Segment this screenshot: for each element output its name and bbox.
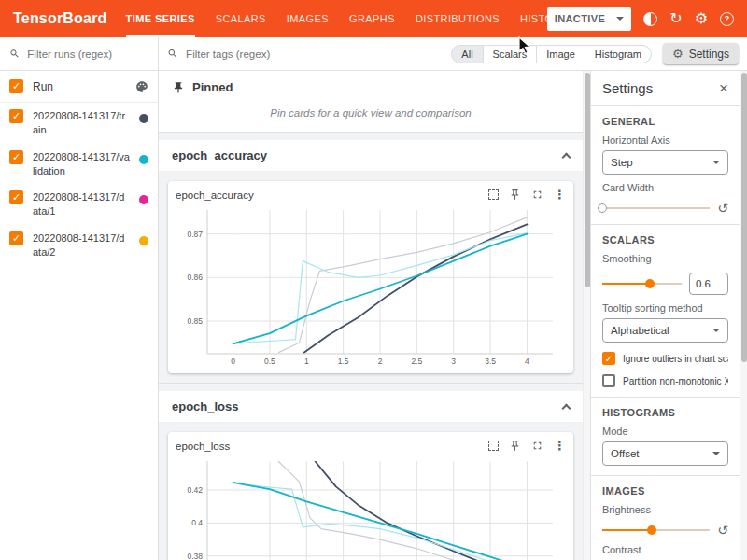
section-title: epoch_accuracy [172, 148, 267, 162]
slider-knob[interactable] [647, 525, 656, 535]
chip-histogram[interactable]: Histogram [585, 45, 652, 63]
run-checkbox[interactable]: ✓ [9, 231, 23, 245]
collapse-icon[interactable] [562, 404, 571, 413]
chip-all[interactable]: All [451, 45, 483, 63]
slider-knob[interactable] [598, 203, 607, 213]
runs-sidebar: ✓ Run ✓ 20220808-141317/train ✓ 20220808… [0, 37, 159, 560]
brightness-slider[interactable] [602, 525, 710, 536]
scrollbar-thumb[interactable] [741, 73, 747, 362]
partition-x-axis-checkbox[interactable] [602, 374, 615, 387]
svg-text:0.86: 0.86 [187, 273, 203, 282]
epoch-accuracy-line-chart[interactable]: 00.511.522.533.540.850.860.87 [176, 204, 564, 371]
run-column-label: Run [33, 80, 126, 93]
svg-text:0.38: 0.38 [187, 552, 203, 560]
tab-time-series[interactable]: TIME SERIES [126, 0, 195, 37]
scrollbar-thumb[interactable] [585, 73, 590, 287]
ignore-outliers-row[interactable]: ✓ Ignore outliers in chart scaling [602, 352, 728, 365]
tab-distributions[interactable]: DISTRIBUTIONS [416, 0, 500, 37]
tooltip-sorting-select[interactable]: Alphabetical [602, 318, 728, 343]
more-options-icon[interactable]: ⋮ [554, 439, 566, 453]
settings-scrollbar[interactable] [740, 71, 747, 560]
run-row[interactable]: ✓ 20220808-141317/data/2 [0, 225, 158, 266]
run-row[interactable]: ✓ 20220808-141317/train [0, 103, 158, 144]
svg-text:1.5: 1.5 [338, 357, 349, 366]
tensorboard-app: TensorBoard TIME SERIES SCALARS IMAGES G… [0, 0, 747, 560]
run-checkbox[interactable]: ✓ [9, 150, 23, 164]
card-title: epoch_accuracy [176, 189, 254, 201]
horizontal-axis-select[interactable]: Step [602, 150, 728, 175]
ignore-outliers-checkbox[interactable]: ✓ [602, 352, 615, 365]
reset-icon[interactable]: ↺ [717, 524, 728, 537]
main-nav: TIME SERIES SCALARS IMAGES GRAPHS DISTRI… [126, 0, 547, 37]
svg-text:0.4: 0.4 [191, 518, 203, 527]
runs-filter-input[interactable] [27, 49, 148, 60]
chevron-down-icon [616, 17, 624, 21]
fit-to-data-icon[interactable] [488, 189, 499, 200]
card-title: epoch_loss [176, 441, 230, 452]
select-all-runs-checkbox[interactable]: ✓ [9, 79, 23, 93]
main-scrollbar[interactable] [583, 71, 590, 560]
section-header[interactable]: epoch_loss [159, 391, 583, 423]
tooltip-sorting-label: Tooltip sorting method [602, 302, 728, 314]
pin-icon [172, 81, 185, 94]
run-row[interactable]: ✓ 20220808-141317/data/1 [0, 184, 158, 225]
epoch-loss-line-chart[interactable]: 00.511.522.533.540.360.380.40.42 [176, 455, 564, 560]
tab-graphs[interactable]: GRAPHS [349, 0, 395, 37]
section-body: epoch_accuracy ⋮ 00.511.522.533.540.850.… [159, 172, 583, 383]
runs-table-header: ✓ Run [0, 71, 158, 103]
fit-to-data-icon[interactable] [488, 441, 499, 451]
partition-x-axis-label: Partition non-monotonic X axis [623, 376, 728, 386]
reload-status-value: INACTIVE [555, 13, 606, 24]
gear-icon: ⚙ [672, 47, 684, 61]
section-body: epoch_loss ⋮ 00.511.522.533.540.360.380.… [159, 423, 583, 560]
collapse-icon[interactable] [562, 153, 571, 162]
tab-scalars[interactable]: SCALARS [216, 0, 266, 37]
card-actions: ⋮ [488, 188, 566, 202]
run-name: 20220808-141317/train [33, 109, 130, 137]
chip-scalars[interactable]: Scalars [484, 45, 538, 63]
run-color-dot [139, 114, 148, 123]
pin-icon[interactable] [509, 189, 521, 201]
histogram-mode-value: Offset [611, 448, 639, 459]
svg-text:0: 0 [231, 357, 235, 366]
settings-button[interactable]: ⚙ Settings [663, 43, 739, 64]
section-header[interactable]: epoch_accuracy [159, 140, 583, 172]
fullscreen-icon[interactable] [531, 189, 543, 201]
tag-filter-input[interactable] [186, 49, 440, 60]
more-options-icon[interactable]: ⋮ [554, 188, 566, 202]
slider-knob[interactable] [645, 279, 655, 288]
theme-toggle-icon[interactable] [643, 12, 657, 26]
help-icon[interactable]: ? [720, 12, 734, 26]
tab-images[interactable]: IMAGES [287, 0, 329, 37]
pinned-section: Pinned Pin cards for a quick view and co… [159, 71, 583, 133]
content-area: ✓ Run ✓ 20220808-141317/train ✓ 20220808… [0, 37, 747, 560]
tag-section-epoch-accuracy: epoch_accuracy epoch_accuracy [159, 140, 583, 384]
partition-x-axis-row[interactable]: Partition non-monotonic X axis i [602, 374, 728, 387]
svg-text:0.5: 0.5 [264, 357, 275, 366]
reset-icon[interactable]: ↺ [717, 202, 728, 215]
histogram-mode-select[interactable]: Offset [602, 441, 728, 466]
chevron-down-icon [712, 452, 720, 455]
close-icon[interactable]: × [719, 80, 728, 96]
run-row[interactable]: ✓ 20220808-141317/validation [0, 144, 158, 185]
tag-section-epoch-loss: epoch_loss epoch_loss [159, 391, 583, 560]
smoothing-value-input[interactable]: 0.6 [689, 273, 728, 295]
horizontal-axis-value: Step [611, 157, 633, 168]
svg-text:2.5: 2.5 [411, 357, 422, 366]
divider [591, 105, 740, 106]
refresh-icon[interactable]: ↻ [669, 11, 682, 26]
gear-icon[interactable]: ⚙ [695, 11, 708, 26]
smoothing-slider[interactable] [602, 278, 682, 289]
scalars-heading: SCALARS [602, 234, 728, 245]
run-checkbox[interactable]: ✓ [9, 190, 23, 204]
horizontal-axis-label: Horizontal Axis [602, 134, 728, 146]
palette-icon[interactable] [135, 80, 148, 93]
run-checkbox[interactable]: ✓ [9, 109, 23, 123]
chip-image[interactable]: Image [537, 45, 585, 63]
svg-text:0.42: 0.42 [187, 485, 203, 495]
pin-icon[interactable] [509, 440, 521, 452]
fullscreen-icon[interactable] [531, 440, 543, 452]
reload-status-dropdown[interactable]: INACTIVE [547, 7, 632, 31]
card-width-slider[interactable] [602, 203, 710, 214]
app-title: TensorBoard [13, 10, 107, 27]
